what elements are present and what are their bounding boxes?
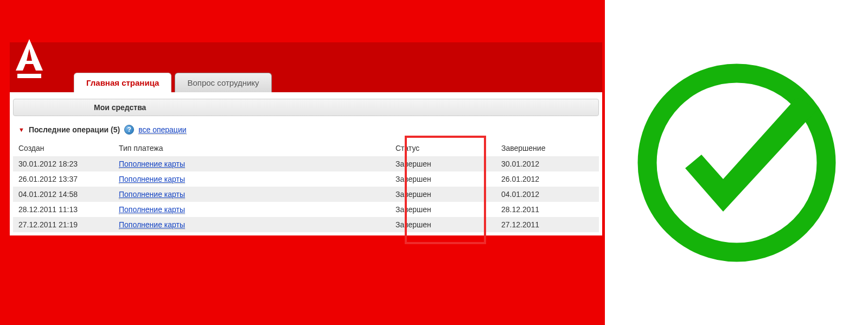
cell-type: Пополнение карты <box>113 156 390 171</box>
checkmark-panel <box>605 0 868 325</box>
cell-completed: 26.01.2012 <box>496 171 599 187</box>
cell-status: Завершен <box>390 202 496 217</box>
cell-completed: 04.01.2012 <box>496 187 599 202</box>
cell-status: Завершен <box>390 187 496 202</box>
cell-type: Пополнение карты <box>113 187 390 202</box>
table-row: 27.12.2011 21:19Пополнение картыЗавершен… <box>13 217 599 232</box>
svg-rect-0 <box>17 74 41 78</box>
collapse-toggle-icon[interactable]: ▼ <box>18 126 24 133</box>
cell-status: Завершен <box>390 171 496 187</box>
tab-main-page[interactable]: Главная страница <box>74 73 171 92</box>
cell-created: 30.01.2012 18:23 <box>13 156 113 171</box>
table-row: 26.01.2012 13:37Пополнение картыЗавершен… <box>13 171 599 187</box>
cell-type: Пополнение карты <box>113 202 390 217</box>
col-header-type: Тип платежа <box>113 140 390 156</box>
cell-type: Пополнение карты <box>113 171 390 187</box>
success-checkmark-icon <box>634 60 840 266</box>
col-header-created: Создан <box>13 140 113 156</box>
help-icon[interactable]: ? <box>124 125 134 135</box>
cell-created: 28.12.2011 11:13 <box>13 202 113 217</box>
recent-operations-header: ▼ Последние операции (5) ? все операции <box>10 122 602 140</box>
screenshot-panel: Главная страница Вопрос сотруднику Мои с… <box>0 0 605 325</box>
col-header-done: Завершение <box>496 140 599 156</box>
recent-operations-title: Последние операции (5) <box>29 125 120 134</box>
cell-completed: 28.12.2011 <box>496 202 599 217</box>
all-operations-link[interactable]: все операции <box>138 125 186 135</box>
bank-logo-icon <box>13 39 46 79</box>
content-area: Мои средства ▼ Последние операции (5) ? … <box>10 99 602 235</box>
cell-created: 27.12.2011 21:19 <box>13 217 113 232</box>
table-row: 28.12.2011 11:13Пополнение картыЗавершен… <box>13 202 599 217</box>
cell-completed: 30.01.2012 <box>496 156 599 171</box>
payment-type-link[interactable]: Пополнение карты <box>119 190 185 199</box>
payment-type-link[interactable]: Пополнение карты <box>119 205 185 214</box>
cell-status: Завершен <box>390 217 496 232</box>
operations-table: Создан Тип платежа Статус Завершение 30.… <box>13 140 599 232</box>
payment-type-link[interactable]: Пополнение карты <box>119 175 185 184</box>
payment-type-link[interactable]: Пополнение карты <box>119 220 185 230</box>
cell-type: Пополнение карты <box>113 217 390 232</box>
table-header-row: Создан Тип платежа Статус Завершение <box>13 140 599 156</box>
cell-created: 04.01.2012 14:58 <box>13 187 113 202</box>
operations-table-wrap: Создан Тип платежа Статус Завершение 30.… <box>10 140 602 235</box>
cell-created: 26.01.2012 13:37 <box>13 171 113 187</box>
header-bar: Главная страница Вопрос сотруднику <box>10 42 602 92</box>
cell-completed: 27.12.2011 <box>496 217 599 232</box>
payment-type-link[interactable]: Пополнение карты <box>119 160 185 169</box>
cell-status: Завершен <box>390 156 496 171</box>
table-row: 04.01.2012 14:58Пополнение картыЗавершен… <box>13 187 599 202</box>
tab-ask-employee[interactable]: Вопрос сотруднику <box>175 73 271 92</box>
app-window: Главная страница Вопрос сотруднику Мои с… <box>10 42 602 235</box>
tab-bar: Главная страница Вопрос сотруднику <box>74 73 272 92</box>
col-header-status: Статус <box>390 140 496 156</box>
table-row: 30.01.2012 18:23Пополнение картыЗавершен… <box>13 156 599 171</box>
section-my-funds-title: Мои средства <box>13 99 599 116</box>
